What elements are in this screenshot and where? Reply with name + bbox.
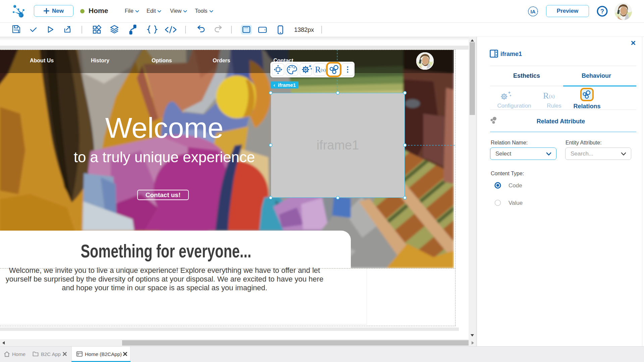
svg-text:R: R bbox=[315, 65, 321, 74]
svg-text:IA: IA bbox=[531, 9, 536, 14]
svg-text:?: ? bbox=[600, 8, 604, 15]
svg-text:(x): (x) bbox=[321, 67, 326, 72]
svg-text:R: R bbox=[543, 91, 549, 101]
svg-text:(x): (x) bbox=[549, 94, 555, 99]
svg-text:1382px: 1382px bbox=[294, 26, 314, 33]
